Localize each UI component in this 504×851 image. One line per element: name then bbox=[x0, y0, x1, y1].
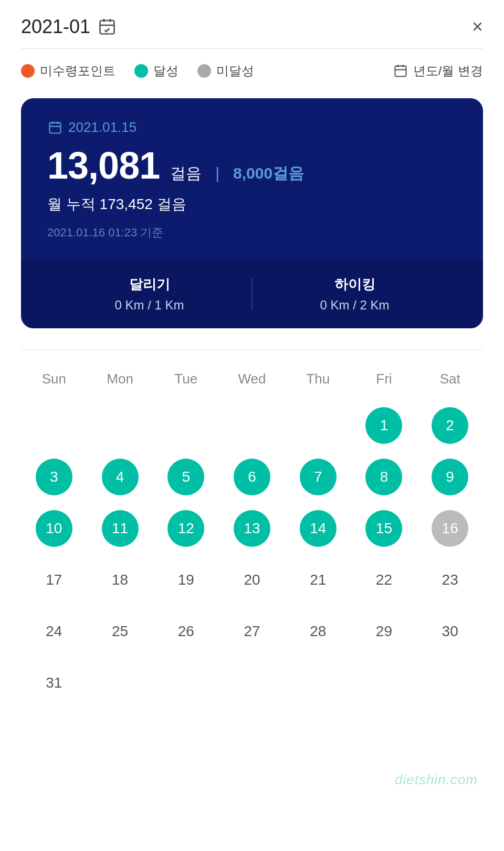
day-circle-16: 16 bbox=[432, 510, 468, 547]
cal-day-3[interactable]: 3 bbox=[21, 451, 87, 503]
cal-day-20[interactable]: 20 bbox=[219, 554, 285, 606]
cal-day-30[interactable]: 30 bbox=[417, 606, 483, 657]
cal-day-10[interactable]: 10 bbox=[21, 503, 87, 554]
cal-day-1[interactable]: 1 bbox=[351, 400, 417, 451]
day-circle-23: 23 bbox=[432, 562, 468, 598]
not-achieved-dot bbox=[197, 64, 211, 78]
running-label: 달리기 bbox=[47, 275, 251, 294]
day-circle-12: 12 bbox=[167, 510, 204, 547]
cal-day-empty-3 bbox=[219, 400, 285, 451]
cal-header-wed: Wed bbox=[219, 366, 285, 400]
cal-header-fri: Fri bbox=[351, 366, 417, 400]
stats-date: 2021.01.15 bbox=[47, 119, 457, 136]
day-circle-1: 1 bbox=[365, 407, 402, 444]
cal-day-4[interactable]: 4 bbox=[87, 451, 153, 503]
day-circle-25: 25 bbox=[102, 613, 139, 650]
calendar-section: Sun Mon Tue Wed Thu Fri Sat 123456789101… bbox=[0, 344, 504, 730]
legend-unearned-label: 미수령포인트 bbox=[40, 63, 116, 79]
year-month-change-button[interactable]: 년도/월 변경 bbox=[393, 63, 483, 79]
day-circle-18: 18 bbox=[102, 562, 139, 598]
cal-day-29[interactable]: 29 bbox=[351, 606, 417, 657]
day-circle-31: 31 bbox=[36, 665, 72, 701]
steps-row: 13,081 걸음 | 8,000걸음 bbox=[47, 144, 457, 187]
cal-day-25[interactable]: 25 bbox=[87, 606, 153, 657]
cal-day-5[interactable]: 5 bbox=[153, 451, 219, 503]
legend-achieved: 달성 bbox=[134, 63, 178, 79]
close-button[interactable]: × bbox=[472, 17, 483, 36]
running-stat: 달리기 0 Km / 1 Km bbox=[47, 275, 251, 313]
cal-day-24[interactable]: 24 bbox=[21, 606, 87, 657]
app-header: 2021-01 × bbox=[0, 0, 504, 48]
cal-day-11[interactable]: 11 bbox=[87, 503, 153, 554]
calendar-grid: Sun Mon Tue Wed Thu Fri Sat bbox=[21, 366, 483, 400]
cal-day-8[interactable]: 8 bbox=[351, 451, 417, 503]
legend-unearned: 미수령포인트 bbox=[21, 63, 116, 79]
cal-day-empty-39 bbox=[285, 657, 351, 709]
day-circle-15: 15 bbox=[365, 510, 402, 547]
monthly-steps: 월 누적 173,452 걸음 bbox=[47, 194, 457, 214]
day-circle-28: 28 bbox=[300, 613, 337, 650]
cal-day-14[interactable]: 14 bbox=[285, 503, 351, 554]
cal-day-7[interactable]: 7 bbox=[285, 451, 351, 503]
cal-day-17[interactable]: 17 bbox=[21, 554, 87, 606]
svg-rect-4 bbox=[395, 66, 406, 77]
steps-goal: 8,000걸음 bbox=[233, 163, 304, 184]
steps-count: 13,081 bbox=[47, 144, 160, 187]
cal-day-19[interactable]: 19 bbox=[153, 554, 219, 606]
cal-day-18[interactable]: 18 bbox=[87, 554, 153, 606]
day-circle-3: 3 bbox=[36, 459, 72, 495]
cal-day-2[interactable]: 2 bbox=[417, 400, 483, 451]
day-circle-29: 29 bbox=[365, 613, 402, 650]
stats-calendar-icon bbox=[47, 120, 63, 135]
day-circle-22: 22 bbox=[365, 562, 402, 598]
day-circle-27: 27 bbox=[234, 613, 270, 650]
cal-day-23[interactable]: 23 bbox=[417, 554, 483, 606]
calendar-change-icon bbox=[393, 64, 408, 78]
cal-day-empty-40 bbox=[351, 657, 417, 709]
day-circle-9: 9 bbox=[432, 459, 468, 495]
cal-day-13[interactable]: 13 bbox=[219, 503, 285, 554]
cal-day-27[interactable]: 27 bbox=[219, 606, 285, 657]
cal-day-31[interactable]: 31 bbox=[21, 657, 87, 709]
day-circle-14: 14 bbox=[300, 510, 337, 547]
cal-day-empty-4 bbox=[285, 400, 351, 451]
unearned-dot bbox=[21, 64, 35, 78]
cal-header-tue: Tue bbox=[153, 366, 219, 400]
cal-day-empty-38 bbox=[219, 657, 285, 709]
cal-day-6[interactable]: 6 bbox=[219, 451, 285, 503]
cal-day-26[interactable]: 26 bbox=[153, 606, 219, 657]
cal-day-16[interactable]: 16 bbox=[417, 503, 483, 554]
calendar-icon bbox=[98, 17, 117, 36]
day-circle-8: 8 bbox=[365, 459, 402, 495]
day-circle-6: 6 bbox=[234, 459, 270, 495]
last-updated: 2021.01.16 01:23 기준 bbox=[47, 225, 457, 241]
cal-day-28[interactable]: 28 bbox=[285, 606, 351, 657]
legend-not-achieved-label: 미달성 bbox=[216, 63, 254, 79]
svg-rect-0 bbox=[100, 20, 114, 34]
cal-header-sat: Sat bbox=[417, 366, 483, 400]
cal-day-empty-2 bbox=[153, 400, 219, 451]
stats-date-text: 2021.01.15 bbox=[68, 119, 136, 136]
calendar-divider bbox=[21, 349, 483, 350]
calendar-days: 1234567891011121314151617181920212223242… bbox=[21, 400, 483, 709]
legend-achieved-label: 달성 bbox=[153, 63, 178, 79]
cal-day-empty-36 bbox=[87, 657, 153, 709]
hiking-value: 0 Km / 2 Km bbox=[253, 298, 457, 313]
day-circle-24: 24 bbox=[36, 613, 72, 650]
watermark: dietshin.com bbox=[395, 772, 478, 788]
achieved-dot bbox=[134, 64, 148, 78]
cal-day-9[interactable]: 9 bbox=[417, 451, 483, 503]
cal-header-sun: Sun bbox=[21, 366, 87, 400]
cal-day-15[interactable]: 15 bbox=[351, 503, 417, 554]
stats-bottom-bar: 달리기 0 Km / 1 Km 하이킹 0 Km / 2 Km bbox=[21, 260, 483, 328]
day-circle-30: 30 bbox=[432, 613, 468, 650]
cal-day-21[interactable]: 21 bbox=[285, 554, 351, 606]
legend-bar: 미수령포인트 달성 미달성 년도/월 변경 bbox=[0, 49, 504, 93]
cal-day-22[interactable]: 22 bbox=[351, 554, 417, 606]
cal-day-12[interactable]: 12 bbox=[153, 503, 219, 554]
day-circle-5: 5 bbox=[167, 459, 204, 495]
year-month-label: 년도/월 변경 bbox=[413, 63, 483, 79]
cal-header-thu: Thu bbox=[285, 366, 351, 400]
cal-day-empty-37 bbox=[153, 657, 219, 709]
legend-not-achieved: 미달성 bbox=[197, 63, 254, 79]
